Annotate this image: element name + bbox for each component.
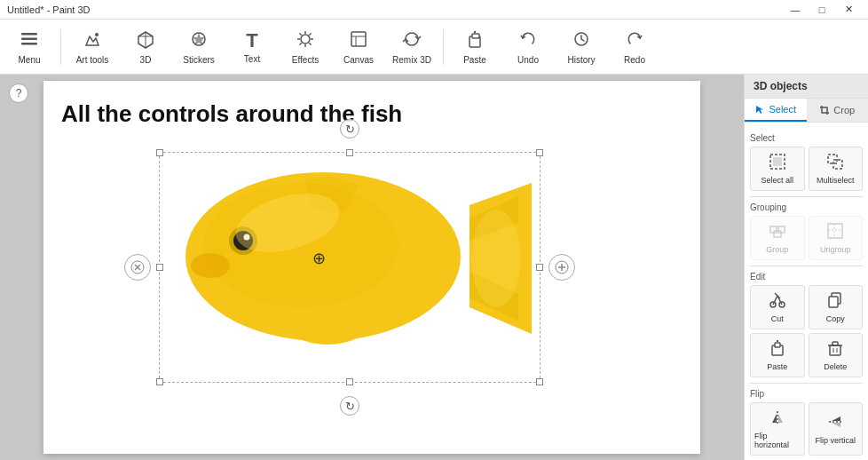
svg-rect-42 (773, 157, 782, 166)
paste-toolbar-icon (465, 29, 485, 53)
undo-button[interactable]: Undo (502, 22, 554, 72)
multiselect-icon (826, 153, 844, 174)
main-area: ? All the controls around the fish (0, 75, 868, 460)
remix3d-button[interactable]: Remix 3D (386, 22, 438, 72)
paste-panel-button[interactable]: Paste (750, 333, 805, 377)
cut-icon (769, 291, 786, 313)
svg-point-8 (301, 35, 310, 44)
handle-top-middle[interactable] (346, 149, 353, 156)
side-handle-left[interactable] (124, 254, 151, 281)
menu-button[interactable]: Menu (4, 22, 55, 72)
flip-section-label: Flip (750, 389, 863, 399)
svg-marker-67 (777, 412, 783, 423)
select-all-button[interactable]: Select all (750, 147, 805, 191)
copy-label: Copy (826, 314, 845, 323)
redo-icon (625, 29, 644, 53)
tab-select-label: Select (769, 104, 796, 115)
handle-bottom-right[interactable] (536, 378, 543, 385)
remix3d-label: Remix 3D (392, 55, 431, 65)
paste-toolbar-button[interactable]: Paste (449, 22, 501, 72)
tab-crop[interactable]: Crop (807, 99, 869, 122)
text-button[interactable]: T Text (226, 22, 278, 72)
undo-label: Undo (517, 55, 539, 65)
copy-button[interactable]: Copy (809, 285, 864, 329)
canvas-area[interactable]: ? All the controls around the fish (0, 75, 744, 460)
white-canvas: All the controls around the fish (43, 81, 700, 454)
ungroup-icon (826, 222, 844, 243)
toolbar-separator (60, 29, 61, 65)
group-button[interactable]: Group (750, 216, 805, 260)
svg-rect-47 (774, 231, 781, 237)
stickers-button[interactable]: Stickers (173, 22, 225, 72)
art-tools-icon (83, 29, 102, 53)
handle-middle-right[interactable] (536, 264, 543, 271)
flip-vertical-label: Flip vertical (815, 436, 856, 445)
history-button[interactable]: History (556, 22, 607, 72)
divider-1 (750, 196, 863, 197)
select-section-label: Select (750, 133, 863, 143)
3d-button[interactable]: 3D (120, 22, 171, 72)
svg-marker-66 (772, 412, 777, 423)
svg-rect-43 (828, 155, 837, 163)
svg-line-16 (300, 43, 302, 44)
rotate-handle-top[interactable]: ↻ (340, 119, 359, 139)
help-button[interactable]: ? (9, 83, 28, 103)
undo-icon (518, 29, 538, 53)
svg-rect-59 (775, 343, 780, 347)
canvas-button[interactable]: Canvas (333, 22, 384, 72)
divider-2 (750, 266, 863, 266)
delete-button[interactable]: Delete (809, 333, 864, 377)
art-tools-button[interactable]: Art tools (67, 22, 118, 72)
effects-button[interactable]: Effects (280, 22, 331, 72)
tab-select[interactable]: Select (745, 99, 807, 122)
toolbar: Menu Art tools 3D Stickers T Text Effect… (0, 20, 868, 75)
svg-line-15 (309, 33, 311, 35)
close-button[interactable]: ✕ (836, 1, 861, 19)
canvas-icon (349, 29, 368, 53)
svg-rect-0 (21, 33, 37, 36)
edit-section-label: Edit (750, 272, 863, 282)
svg-point-3 (95, 33, 99, 36)
multiselect-button[interactable]: Multiselect (809, 147, 864, 191)
paste-panel-icon (769, 339, 786, 361)
app-title: Untitled* - Paint 3D (7, 4, 91, 15)
handle-bottom-middle[interactable] (346, 378, 353, 385)
delete-label: Delete (824, 362, 847, 371)
rotate-handle-bottom[interactable]: ↻ (340, 396, 359, 416)
select-icon (754, 104, 765, 115)
redo-button[interactable]: Redo (609, 22, 660, 72)
minimize-button[interactable]: — (783, 1, 808, 19)
group-icon (769, 222, 786, 243)
flip-vertical-icon (826, 413, 844, 434)
ungroup-label: Ungroup (820, 245, 851, 254)
delete-icon (826, 339, 844, 361)
handle-top-right[interactable] (536, 149, 543, 156)
redo-label: Redo (624, 55, 645, 65)
svg-line-55 (775, 293, 780, 298)
svg-rect-2 (21, 43, 37, 45)
handle-top-left[interactable] (156, 149, 163, 156)
effects-icon (296, 29, 315, 53)
stickers-label: Stickers (183, 55, 215, 65)
flip-horizontal-icon (769, 408, 786, 430)
grouping-grid: Group Ungroup (750, 216, 863, 260)
handle-middle-left[interactable] (156, 264, 163, 271)
cut-label: Cut (771, 314, 784, 323)
panel-header: 3D objects (745, 75, 868, 99)
flip-horizontal-label: Flip horizontal (754, 432, 801, 449)
handle-bottom-left[interactable] (156, 378, 163, 385)
side-handle-right[interactable] (548, 254, 575, 281)
maximize-button[interactable]: □ (809, 1, 834, 19)
paste-panel-label: Paste (767, 362, 787, 371)
menu-label: Menu (18, 55, 40, 65)
cut-button[interactable]: Cut (750, 285, 805, 329)
svg-rect-48 (828, 224, 842, 238)
copy-icon (826, 291, 844, 313)
history-label: History (567, 55, 595, 65)
flip-vertical-button[interactable]: Flip vertical (809, 402, 864, 456)
history-icon (572, 29, 591, 53)
effects-label: Effects (292, 55, 319, 65)
flip-horizontal-button[interactable]: Flip horizontal (750, 402, 805, 456)
title-bar: Untitled* - Paint 3D — □ ✕ (0, 0, 868, 20)
ungroup-button[interactable]: Ungroup (809, 216, 864, 260)
